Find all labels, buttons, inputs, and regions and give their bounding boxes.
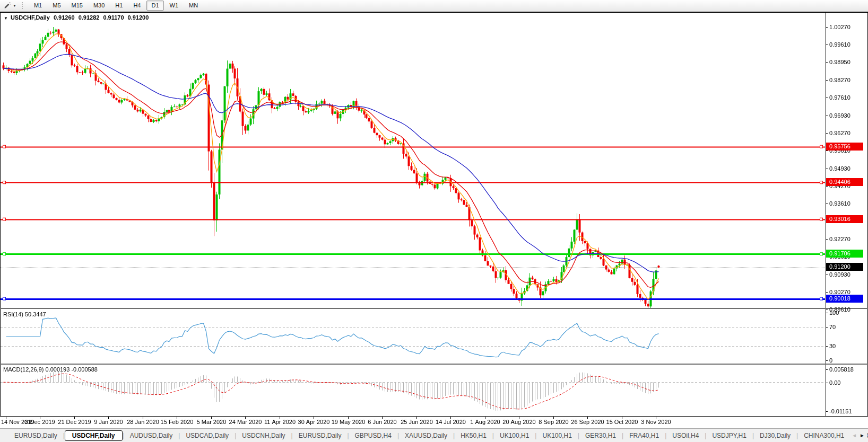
tab-uk100-h1[interactable]: UK100,H1 xyxy=(494,431,535,440)
tab-ger30-h1[interactable]: GER30,H1 xyxy=(579,431,622,440)
tab-scroll-left-icon[interactable]: ◄ xyxy=(852,432,857,438)
timeframe-button-group: M1M5M15M30H1H4D1W1MN xyxy=(29,1,203,11)
toolbar-grip-handle[interactable] xyxy=(22,2,24,9)
tab-usdcnh-daily[interactable]: USDCNH,Daily xyxy=(236,431,291,440)
tab-china300-h1[interactable]: CHINA300,H1 xyxy=(798,431,850,440)
tab-dj30-daily[interactable]: DJ30,Daily xyxy=(754,431,796,440)
timeframe-button-h4[interactable]: H4 xyxy=(128,1,145,11)
timeframe-button-h1[interactable]: H1 xyxy=(110,1,127,11)
tab-hk50-h1[interactable]: HK50,H1 xyxy=(455,431,492,440)
instrument-tabs: EURUSD,Daily|USDCHF,Daily|AUDUSD,Daily|U… xyxy=(8,430,868,441)
tab-scroll-right-icon[interactable]: ► xyxy=(860,432,865,438)
tab-uk100-h1[interactable]: UK100,H1 xyxy=(536,431,577,440)
timeframe-button-d1[interactable]: D1 xyxy=(146,1,163,11)
chart-menu-caret-icon[interactable]: ▼ xyxy=(4,16,8,21)
ohlc-close: 0.91200 xyxy=(128,14,149,21)
timeframe-button-mn[interactable]: MN xyxy=(184,1,203,11)
tab-usoil-h4[interactable]: USOil,H4 xyxy=(666,431,705,440)
dropdown-caret-icon[interactable]: ▼ xyxy=(13,4,16,7)
tab-usdcad-daily[interactable]: USDCAD,Daily xyxy=(180,431,235,440)
chart-title: ▼USDCHF,Daily0.912600.912820.911700.9120… xyxy=(4,14,149,21)
drawing-tool-button[interactable]: ▼ xyxy=(2,1,18,11)
pencil-tool-icon xyxy=(4,1,11,11)
ohlc-open: 0.91260 xyxy=(54,14,75,21)
timeframe-button-m30[interactable]: M30 xyxy=(89,1,109,11)
tab-gbpusd-h4[interactable]: GBPUSD,H4 xyxy=(349,431,397,440)
tab-audusd-daily[interactable]: AUDUSD,Daily xyxy=(124,431,179,440)
tab-usdjpy-h1[interactable]: USDJPY,H1 xyxy=(706,431,752,440)
toolbar: ▼ M1M5M15M30H1H4D1W1MN xyxy=(0,0,868,12)
timeframe-button-m5[interactable]: M5 xyxy=(48,1,65,11)
tab-eurusd-daily[interactable]: EURUSD,Daily xyxy=(293,431,348,440)
chart-canvas[interactable] xyxy=(0,0,868,442)
timeframe-button-m1[interactable]: M1 xyxy=(29,1,47,11)
trading-platform-window: { "toolbar": { "timeframes": ["M1","M5",… xyxy=(0,0,868,442)
timeframe-button-w1[interactable]: W1 xyxy=(165,1,184,11)
ohlc-low: 0.91170 xyxy=(103,14,124,21)
tab-fra40-h1[interactable]: FRA40,H1 xyxy=(623,431,665,440)
tab-eurusd-daily[interactable]: EURUSD,Daily xyxy=(8,431,63,440)
ohlc-high: 0.91282 xyxy=(79,14,100,21)
instrument-tab-bar: EURUSD,Daily|USDCHF,Daily|AUDUSD,Daily|U… xyxy=(0,428,868,442)
tab-xauusd-daily[interactable]: XAUUSD,Daily xyxy=(399,431,453,440)
tab-usdchf-daily[interactable]: USDCHF,Daily xyxy=(65,430,123,441)
timeframe-button-m15[interactable]: M15 xyxy=(67,1,88,11)
rsi-indicator-label: RSI(14) 50.3447 xyxy=(3,311,46,317)
macd-indicator-label: MACD(12,26,9) 0.000193 -0.000588 xyxy=(3,366,98,373)
tab-navigation: ◄ ► xyxy=(849,429,867,442)
chart-symbol-label: USDCHF,Daily xyxy=(11,14,50,21)
